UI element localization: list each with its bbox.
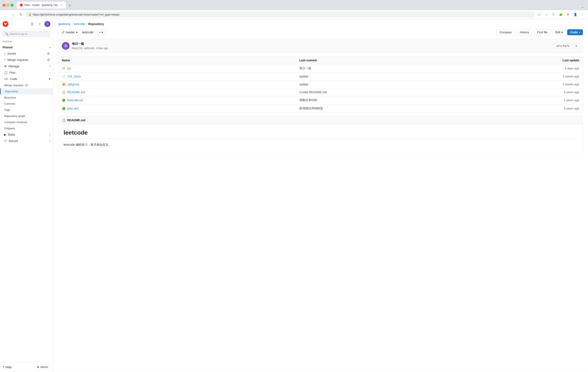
- help-label: Help: [6, 365, 12, 369]
- sidebar-item-merge-requests[interactable]: ⑂ Merge requests 0: [0, 57, 53, 63]
- pinned-section[interactable]: Pinned ▾: [0, 43, 53, 50]
- active-tab[interactable]: Files · master · geekbing / lee ✕: [17, 2, 66, 9]
- sidebar-item-manage[interactable]: ⚙ Manage ›: [0, 63, 53, 70]
- admin-button[interactable]: ⚙ Admin: [34, 364, 50, 370]
- breadcrumb-sep-2: /: [86, 22, 87, 26]
- file-commit-4: 调整目录结构: [299, 98, 537, 102]
- sidebar-item-tags[interactable]: Tags: [0, 107, 53, 113]
- extensions-button[interactable]: 🧩: [558, 11, 564, 17]
- back-button[interactable]: ‹: [2, 11, 9, 17]
- find-file-button[interactable]: Find file: [534, 29, 551, 35]
- code-mr-count: 0: [25, 84, 29, 87]
- file-name-0[interactable]: 📁 src: [62, 67, 299, 70]
- sidebar-item-branches[interactable]: Branches: [0, 94, 53, 101]
- download-button[interactable]: ⬇: [565, 11, 571, 17]
- tab-expand-button[interactable]: ⌄: [581, 5, 584, 9]
- help-icon: ?: [2, 365, 4, 369]
- breadcrumb-org[interactable]: geekbing: [58, 22, 70, 26]
- breadcrumb-repo[interactable]: leetcode: [74, 22, 85, 26]
- code-button[interactable]: Code ▾: [567, 29, 583, 35]
- sidebar-header: ☰ + G: [0, 19, 53, 29]
- file-date-0: 4 days ago: [537, 67, 579, 70]
- sidebar: ☰ + G 🔍 Search or go to... leetcode Pinn…: [0, 19, 53, 372]
- sidebar-item-snippets[interactable]: Snippets: [0, 125, 53, 131]
- file-table-header: Name Last commit Last update: [58, 57, 583, 64]
- code-icon: </>: [4, 77, 8, 81]
- commit-hash-box: efccfe72 ⧉: [554, 43, 579, 49]
- manage-label: Manage: [9, 65, 19, 68]
- repo-actions: Compare History Find file Edit ▾ Code ▾: [496, 29, 583, 35]
- file-commit-1: update: [299, 75, 537, 78]
- file-name-2[interactable]: 🔶 .gitignore: [62, 83, 299, 86]
- sidebar-item-plan[interactable]: 📋 Plan ›: [0, 70, 53, 76]
- sidebar-toggle-button[interactable]: ☰: [29, 21, 35, 27]
- branch-dropdown-icon: ▾: [76, 30, 78, 34]
- snippets-label: Snippets: [4, 127, 15, 130]
- code-arrow-icon: ▾: [49, 77, 50, 81]
- file-icon-1: 📄: [62, 75, 65, 78]
- create-new-button[interactable]: +: [37, 21, 43, 27]
- sidebar-item-repository[interactable]: Repository: [0, 88, 53, 94]
- path-separator: /: [94, 30, 95, 34]
- copy-hash-button[interactable]: ⧉: [574, 43, 579, 49]
- menu-button[interactable]: ⋮: [579, 11, 586, 17]
- branch-icon: ⎇: [61, 30, 64, 34]
- help-button[interactable]: ? Help: [2, 365, 12, 369]
- search-placeholder: Search or go to...: [10, 32, 29, 35]
- branch-dropdown[interactable]: ⎇ master ▾: [58, 29, 80, 35]
- close-button[interactable]: [2, 4, 5, 7]
- edit-label: Edit: [555, 30, 560, 34]
- build-icon: ▶: [4, 133, 6, 136]
- svg-text:B: B: [65, 44, 66, 48]
- tab-close-button[interactable]: ✕: [60, 3, 63, 7]
- cast-button[interactable]: ⬡: [536, 11, 542, 17]
- user-avatar[interactable]: G: [44, 21, 50, 27]
- sidebar-item-code-merge-requests[interactable]: Merge requests 0: [0, 82, 53, 88]
- search-input[interactable]: 🔍 Search or go to...: [2, 31, 50, 37]
- add-dropdown-icon: ▾: [102, 30, 103, 34]
- compare-button[interactable]: Compare: [496, 29, 515, 35]
- shield-icon: 🛡: [551, 11, 556, 17]
- minimize-button[interactable]: [7, 4, 9, 7]
- commit-meta: bing1234 authored 4 days ago: [72, 47, 108, 50]
- sidebar-item-secure[interactable]: 🛡 Secure ›: [0, 138, 53, 144]
- file-date-3: 3 years ago: [537, 90, 579, 94]
- code-mr-label: Merge requests: [4, 84, 23, 87]
- add-icon: +: [99, 30, 101, 34]
- file-date-1: 3 weeks ago: [537, 75, 579, 78]
- table-row: 🟢 leetcode.iml 调整目录结构 2 years ago: [58, 96, 583, 104]
- readme-title: leetcode: [63, 129, 578, 139]
- file-name-1[interactable]: 📄 .DS_Store: [62, 75, 299, 78]
- main-content: geekbing / leetcode / Repository ⎇ maste…: [53, 19, 588, 372]
- path-name: leetcode: [82, 30, 93, 34]
- file-icon-2: 🔶: [62, 83, 65, 86]
- sidebar-item-build[interactable]: ▶ Build ›: [0, 131, 53, 138]
- edit-button[interactable]: Edit ▾: [553, 29, 566, 35]
- address-bar[interactable]: 🔒 https://git.binhome.cn/geekbing/leetco…: [25, 12, 535, 17]
- gitlab-logo[interactable]: [2, 21, 9, 27]
- build-label: Build: [8, 133, 15, 136]
- readme-header-icon: 📋: [62, 119, 65, 122]
- profile-button[interactable]: 👤: [572, 11, 578, 17]
- maximize-button[interactable]: [11, 4, 13, 7]
- forward-button[interactable]: ›: [10, 11, 16, 17]
- file-name-4[interactable]: 🟢 leetcode.iml: [62, 99, 299, 102]
- file-name-3[interactable]: 📋 README.md: [62, 90, 299, 94]
- manage-icon: ⚙: [4, 65, 7, 68]
- new-tab-button[interactable]: +: [67, 2, 73, 9]
- sidebar-item-commits[interactable]: Commits: [0, 101, 53, 107]
- refresh-button[interactable]: ↻: [18, 11, 24, 17]
- tags-label: Tags: [4, 108, 10, 111]
- file-name-5[interactable]: 🟢 pom.xml: [62, 107, 299, 110]
- bookmark-button[interactable]: ☆: [543, 11, 549, 17]
- commits-label: Commits: [4, 102, 15, 105]
- sidebar-item-compare-revisions[interactable]: Compare revisions: [0, 119, 53, 125]
- col-date: Last update: [537, 59, 579, 62]
- sidebar-item-repository-graph[interactable]: Repository graph: [0, 113, 53, 119]
- sidebar-item-issues[interactable]: ○ Issues 0: [0, 50, 53, 57]
- tab-favicon: [20, 4, 23, 7]
- history-button[interactable]: History: [516, 29, 532, 35]
- plan-label: Plan: [9, 71, 15, 74]
- add-button[interactable]: + ▾: [97, 29, 105, 35]
- sidebar-item-code[interactable]: </> Code ▾: [0, 76, 53, 82]
